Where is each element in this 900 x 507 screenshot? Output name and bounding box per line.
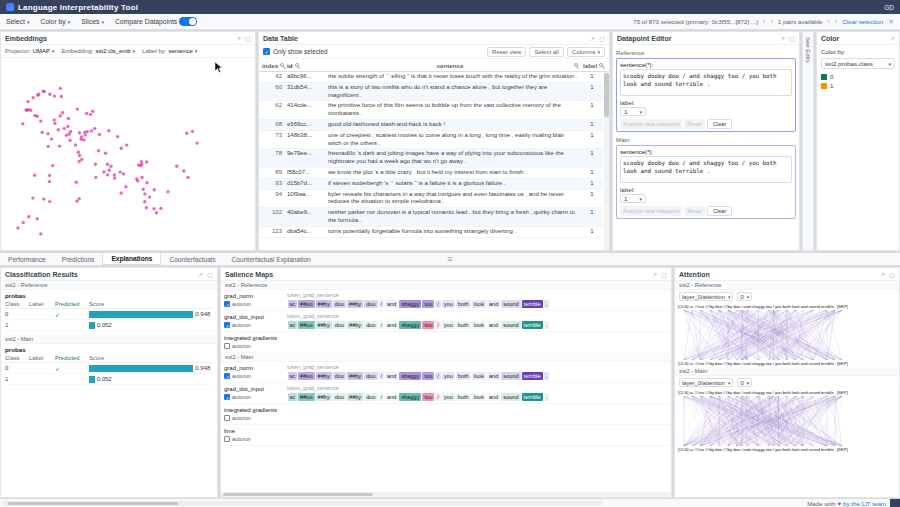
embedding-point[interactable] xyxy=(186,176,189,179)
embedding-point[interactable] xyxy=(109,165,112,168)
embedding-point[interactable] xyxy=(94,176,97,179)
embedding-point[interactable] xyxy=(175,165,178,168)
embedding-point[interactable] xyxy=(185,132,188,135)
embedding-point[interactable] xyxy=(53,118,56,121)
attention-token[interactable]: [SEP] xyxy=(837,360,848,367)
table-row[interactable]: 6031db54...this is a story of two misfit… xyxy=(259,83,603,102)
search-icon[interactable] xyxy=(280,63,284,67)
embedding-point[interactable] xyxy=(77,151,80,154)
table-row[interactable]: 89f58c07...we know the plot 's a little … xyxy=(259,168,603,179)
salience-token[interactable]: / xyxy=(435,372,441,380)
attention-token[interactable]: and xyxy=(800,446,807,453)
analyze-new-datapoint-button[interactable]: Analyze new datapoint xyxy=(620,119,682,129)
embedding-point[interactable] xyxy=(102,170,105,173)
label-select[interactable]: 1▾ xyxy=(620,194,646,203)
column-header-id[interactable]: id xyxy=(285,61,325,70)
maximize-icon[interactable]: ↗ xyxy=(890,35,895,42)
embedding-point[interactable] xyxy=(145,181,148,184)
see-edits-tab[interactable]: See Edits xyxy=(802,31,814,251)
scrollbar-thumb[interactable] xyxy=(604,73,609,117)
attention-token[interactable]: too xyxy=(766,389,772,396)
attention-token[interactable]: and xyxy=(743,446,750,453)
embedding-point[interactable] xyxy=(195,141,198,144)
embedding-point[interactable] xyxy=(119,191,122,194)
autorun-checkbox[interactable] xyxy=(224,394,230,400)
popout-icon[interactable]: ▢ xyxy=(889,271,895,278)
embedding-point[interactable] xyxy=(66,125,69,128)
embedding-point[interactable] xyxy=(47,145,50,148)
horizontal-scrollbar[interactable] xyxy=(2,501,602,506)
embedding-point[interactable] xyxy=(153,188,156,191)
attention-token[interactable]: ##by xyxy=(723,389,732,396)
embedding-point[interactable] xyxy=(61,111,64,114)
reset-button[interactable]: Reset xyxy=(684,119,705,129)
attention-token[interactable]: ##by xyxy=(705,446,714,453)
salience-token[interactable]: too xyxy=(422,372,434,380)
embedding-point[interactable] xyxy=(48,200,51,203)
salience-token[interactable]: you xyxy=(442,300,455,308)
clear-selection-button[interactable]: Clear selection xyxy=(842,18,883,25)
popout-icon[interactable]: ▢ xyxy=(789,35,795,42)
column-header-sentence[interactable]: sentence xyxy=(325,61,581,70)
salience-token[interactable]: / xyxy=(435,393,441,401)
embedding-point[interactable] xyxy=(94,163,97,166)
table-row[interactable]: 68e569cc...good old-fashioned slash-and-… xyxy=(259,120,603,131)
attention-token[interactable]: you xyxy=(775,303,782,310)
embedding-point[interactable] xyxy=(182,169,185,172)
compare-datapoints-toggle[interactable] xyxy=(179,17,197,26)
embedding-point[interactable] xyxy=(69,130,72,133)
layer-select[interactable]: layer_0/attention▾ xyxy=(679,378,733,387)
vertical-scrollbar[interactable] xyxy=(604,72,609,250)
embeddings-scatter[interactable] xyxy=(1,58,255,250)
attention-token[interactable]: and xyxy=(743,360,750,367)
classification-row[interactable]: 0✓0.948 xyxy=(5,363,213,374)
salience-token[interactable]: sound xyxy=(501,393,520,401)
column-header-index[interactable]: index xyxy=(259,61,285,70)
salience-token[interactable]: sc xyxy=(288,300,298,308)
clear-button[interactable]: Clear xyxy=(707,119,732,129)
color-by-menu[interactable]: Color by▾ xyxy=(40,18,70,25)
attention-token[interactable]: . xyxy=(835,389,836,396)
attention-token[interactable]: terrible xyxy=(821,303,834,310)
embedding-point[interactable] xyxy=(16,226,19,229)
embedding-point[interactable] xyxy=(82,138,85,141)
attention-token[interactable]: . xyxy=(835,360,836,367)
embedding-point[interactable] xyxy=(120,147,123,150)
embedding-point[interactable] xyxy=(78,131,81,134)
layer-select[interactable]: layer_0/attention▾ xyxy=(679,292,733,301)
salience-token[interactable]: ##by xyxy=(347,321,363,329)
embedding-point[interactable] xyxy=(33,174,36,177)
attention-token[interactable]: you xyxy=(775,389,782,396)
embedding-point[interactable] xyxy=(46,132,49,135)
salience-token[interactable]: sc xyxy=(288,321,298,329)
next-pair-icon[interactable]: › xyxy=(835,18,837,25)
tab-counterfactuals[interactable]: Counterfactuals xyxy=(161,253,223,265)
popout-icon[interactable]: ▢ xyxy=(661,271,667,278)
salience-token[interactable]: shaggy xyxy=(399,321,421,329)
attention-token[interactable]: both xyxy=(783,389,791,396)
embedding-point[interactable] xyxy=(65,134,68,137)
autorun-checkbox[interactable] xyxy=(224,322,230,328)
embedding-point[interactable] xyxy=(78,160,81,163)
attention-token[interactable]: / xyxy=(773,303,774,310)
embedding-point[interactable] xyxy=(53,122,56,125)
salience-token[interactable]: and xyxy=(487,321,500,329)
salience-token[interactable]: doo xyxy=(364,300,377,308)
embedding-point[interactable] xyxy=(59,114,62,117)
embedding-point[interactable] xyxy=(48,174,51,177)
salience-token[interactable]: look xyxy=(472,321,486,329)
attention-token[interactable]: [SEP] xyxy=(837,389,848,396)
table-row[interactable]: 42a9bc96...the subtle strength of `` ell… xyxy=(259,72,603,83)
salience-token[interactable]: / xyxy=(435,321,441,329)
embedding-point[interactable] xyxy=(74,143,77,146)
attention-token[interactable]: look xyxy=(792,360,800,367)
columns-button[interactable]: Columns▾ xyxy=(567,47,605,57)
attention-token[interactable]: [CLS] xyxy=(678,360,688,367)
embedding-point[interactable] xyxy=(27,215,30,218)
autorun-checkbox[interactable] xyxy=(224,301,230,307)
attention-token[interactable]: ##by xyxy=(723,303,732,310)
salience-token[interactable]: and xyxy=(487,372,500,380)
salience-token[interactable]: ##by xyxy=(347,300,363,308)
salience-token[interactable]: sound xyxy=(501,372,520,380)
autorun-checkbox[interactable] xyxy=(224,436,230,442)
